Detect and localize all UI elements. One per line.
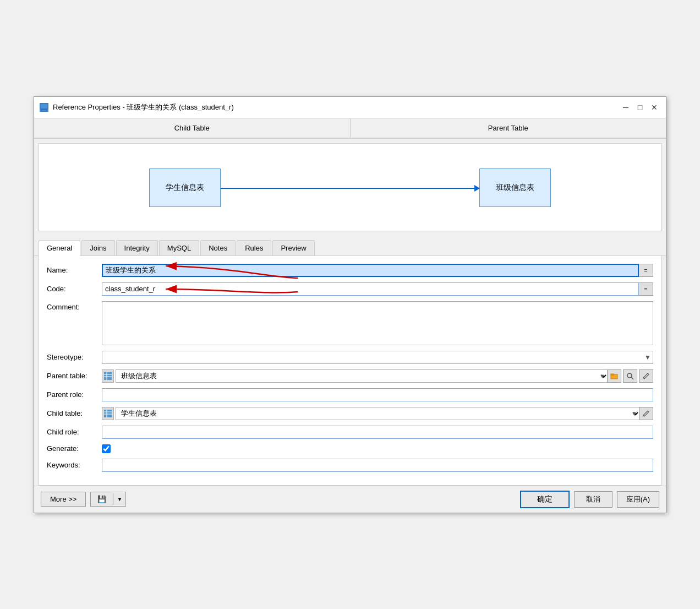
window-icon — [40, 103, 48, 112]
child-role-row: Child role: — [47, 426, 653, 439]
parent-role-row: Parent role: — [47, 388, 653, 401]
magnify-icon — [626, 372, 634, 380]
comment-label: Comment: — [47, 301, 102, 311]
save-dropdown-button[interactable]: ▼ — [113, 493, 125, 505]
code-equal-button[interactable]: = — [639, 282, 653, 296]
child-table-controls: 学生信息表 ▼ — [102, 407, 653, 420]
stereotype-label: Stereotype: — [47, 353, 102, 361]
parent-table-box: 班级信息表 — [479, 168, 551, 207]
parent-table-label: Parent table: — [47, 372, 102, 380]
svg-rect-9 — [611, 374, 614, 375]
svg-rect-0 — [40, 104, 48, 109]
code-input[interactable] — [102, 282, 639, 296]
parent-table-browse-button[interactable] — [607, 369, 621, 383]
cancel-button[interactable]: 取消 — [574, 491, 612, 508]
content-area: Name: = Code: = Comment: Stereotype: ▼ — [39, 256, 661, 486]
child-table-select[interactable]: 学生信息表 — [116, 407, 641, 420]
tab-general[interactable]: General — [39, 240, 80, 256]
parent-table-icon — [102, 369, 114, 383]
code-label: Code: — [47, 285, 102, 293]
tab-rules[interactable]: Rules — [237, 240, 271, 255]
name-label: Name: — [47, 266, 102, 274]
save-button-group: 💾 ▼ — [90, 492, 126, 507]
window-title: Reference Properties - 班级学生的关系 (class_st… — [53, 102, 234, 112]
parent-role-label: Parent role: — [47, 390, 102, 399]
parent-table-view-button[interactable] — [623, 369, 637, 383]
child-role-label: Child role: — [47, 428, 102, 436]
maximize-button[interactable]: □ — [634, 101, 646, 113]
close-button[interactable]: ✕ — [648, 101, 660, 113]
keywords-input[interactable] — [102, 459, 653, 472]
parent-table-row: Parent table: 班级信息表 ▼ — [47, 369, 653, 383]
svg-line-13 — [643, 378, 643, 379]
ok-button[interactable]: 确定 — [520, 491, 570, 508]
tab-preview[interactable]: Preview — [272, 240, 314, 255]
name-input[interactable] — [102, 264, 639, 277]
tab-integrity[interactable]: Integrity — [116, 240, 158, 255]
save-button[interactable]: 💾 — [91, 492, 113, 506]
stereotype-select[interactable] — [102, 351, 653, 364]
generate-checkbox[interactable] — [102, 444, 111, 453]
svg-rect-4 — [104, 372, 112, 380]
parent-table-controls: 班级信息表 ▼ — [102, 369, 653, 383]
stereotype-select-wrapper: ▼ — [102, 351, 653, 364]
parent-table-header: Parent Table — [351, 118, 666, 138]
relationship-arrow — [221, 188, 479, 189]
main-window: Reference Properties - 班级学生的关系 (class_st… — [34, 96, 666, 513]
svg-line-19 — [643, 415, 643, 417]
keywords-label: Keywords: — [47, 461, 102, 469]
child-table-grid-icon — [104, 410, 112, 417]
child-table-header: Child Table — [34, 118, 351, 138]
apply-button[interactable]: 应用(A) — [617, 491, 659, 508]
pencil-icon — [642, 372, 650, 380]
svg-point-10 — [627, 373, 632, 378]
svg-rect-14 — [104, 410, 112, 417]
child-table-box: 学生信息表 — [149, 168, 221, 207]
more-button[interactable]: More >> — [41, 492, 86, 507]
parent-table-edit-button[interactable] — [639, 369, 653, 383]
svg-marker-12 — [643, 373, 649, 379]
parent-table-select[interactable]: 班级信息表 — [116, 369, 609, 383]
stereotype-row: Stereotype: ▼ — [47, 351, 653, 364]
child-table-row: Child table: 学生信息表 ▼ — [47, 407, 653, 420]
tab-joins[interactable]: Joins — [81, 240, 114, 255]
minimize-button[interactable]: ─ — [620, 101, 632, 113]
svg-rect-1 — [41, 110, 47, 111]
generate-row: Generate: — [47, 444, 653, 453]
child-table-icon — [102, 407, 114, 420]
table-grid-icon — [104, 372, 112, 380]
diagram-area: 学生信息表 班级信息表 — [39, 143, 661, 231]
title-bar-left: Reference Properties - 班级学生的关系 (class_st… — [40, 102, 234, 112]
arrow-line — [221, 188, 479, 189]
table-header: Child Table Parent Table — [34, 118, 666, 139]
name-row: Name: = — [47, 264, 653, 277]
comment-input[interactable] — [102, 301, 653, 345]
child-role-input[interactable] — [102, 426, 653, 439]
title-bar: Reference Properties - 班级学生的关系 (class_st… — [34, 97, 666, 118]
keywords-row: Keywords: — [47, 459, 653, 472]
save-icon: 💾 — [97, 495, 106, 503]
parent-role-input[interactable] — [102, 388, 653, 401]
tab-mysql[interactable]: MySQL — [159, 240, 199, 255]
child-table-edit-button[interactable] — [639, 407, 653, 420]
tab-notes[interactable]: Notes — [200, 240, 236, 255]
svg-line-11 — [631, 377, 633, 379]
generate-label: Generate: — [47, 444, 102, 453]
child-table-label: Child table: — [47, 409, 102, 417]
comment-row: Comment: — [47, 301, 653, 345]
child-pencil-icon — [642, 410, 650, 417]
code-row: Code: = — [47, 282, 653, 296]
title-controls: ─ □ ✕ — [620, 101, 660, 113]
bottom-bar: More >> 💾 ▼ 确定 取消 应用(A) — [34, 486, 666, 513]
folder-icon — [610, 372, 618, 380]
tabs-container: General Joins Integrity MySQL Notes Rule… — [34, 236, 666, 256]
svg-marker-18 — [643, 411, 649, 416]
name-equal-button[interactable]: = — [639, 264, 653, 277]
